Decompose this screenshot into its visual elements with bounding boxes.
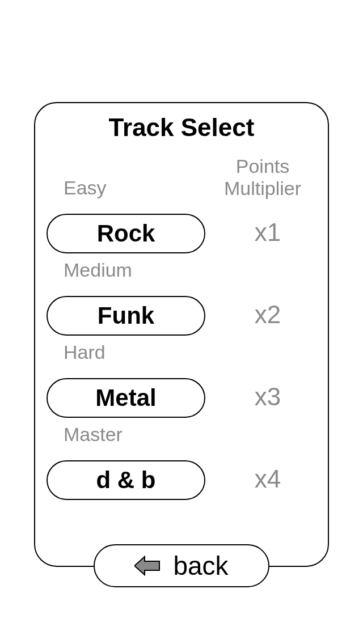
tracks-list: Easy Rock x1 Medium Funk x2 Hard Metal x… [47, 177, 319, 506]
difficulty-label: Master [64, 423, 123, 446]
difficulty-label: Medium [64, 259, 132, 281]
track-select-panel: Track Select Points Multiplier Easy Rock… [34, 102, 329, 567]
difficulty-label: Easy [64, 177, 107, 199]
track-row-easy: Easy Rock x1 [47, 177, 319, 253]
multiplier-value: x2 [205, 300, 319, 336]
track-button-metal[interactable]: Metal [47, 378, 205, 418]
panel-title: Track Select [35, 113, 328, 142]
track-row-master: Master d & b x4 [47, 423, 319, 500]
difficulty-label: Hard [64, 341, 105, 363]
track-button-funk[interactable]: Funk [47, 296, 205, 336]
track-name: Metal [95, 384, 156, 412]
track-button-rock[interactable]: Rock [47, 214, 205, 253]
arrow-left-icon [134, 554, 161, 577]
track-name: Rock [97, 220, 155, 247]
track-name: Funk [98, 302, 154, 329]
track-button-dnb[interactable]: d & b [47, 460, 205, 500]
back-button[interactable]: back [94, 544, 269, 587]
multiplier-value: x4 [205, 465, 319, 500]
multiplier-value: x3 [205, 383, 319, 418]
back-label: back [173, 550, 228, 581]
track-row-medium: Medium Funk x2 [47, 259, 319, 336]
track-row-hard: Hard Metal x3 [47, 341, 319, 418]
track-name: d & b [96, 467, 156, 494]
multiplier-value: x1 [205, 218, 319, 253]
multiplier-header-line1: Points [214, 155, 311, 177]
